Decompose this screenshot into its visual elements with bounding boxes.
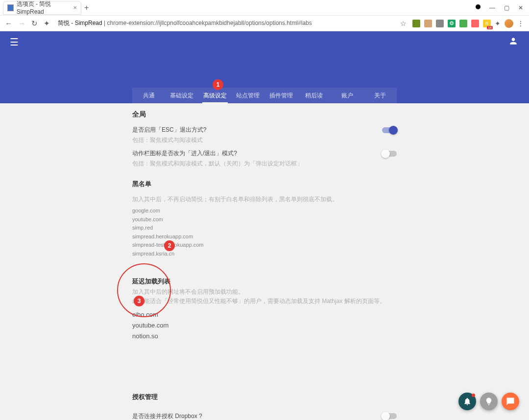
auth-section: 授权管理 是否连接并授权 Dropbox ? 是否连接并授权 Pocket ? …: [132, 393, 397, 420]
tab-later[interactable]: 稍后读: [298, 88, 331, 103]
callout-1: 1: [213, 79, 223, 90]
auth-title: 授权管理: [132, 393, 397, 401]
section-global-title: 全局: [132, 110, 397, 119]
esc-setting: 是否启用「ESC」退出方式? 包括：聚焦模式与阅读模式 动作栏图标是否改为「进入…: [132, 126, 397, 168]
ext-icon-5[interactable]: [459, 20, 467, 27]
lazy-textarea[interactable]: eibo.com youtube.com notion.so: [132, 309, 397, 376]
ext-icon-1[interactable]: [412, 20, 420, 27]
extension-icons: ❂ n ✦ ⋮: [412, 19, 524, 28]
blacklist-title: 黑名单: [132, 180, 397, 188]
lazy-section: 延迟加载列表 加入其中后的网址将不会启用预加载功能。 此功能适合「经常使用简悦但…: [132, 277, 397, 376]
tab-plugins[interactable]: 插件管理: [264, 88, 298, 103]
callout-2: 2: [164, 240, 175, 251]
url-field[interactable]: 简悦 - SimpRead | chrome-extension://ijllc…: [56, 19, 394, 27]
app-header: ☰ 共通 基础设定 高级设定 站点管理 插件管理 稍后读 账户 关于: [0, 31, 529, 103]
lazy-desc2: 此功能适合「经常使用简悦但又性能不够」的用户，需要动态加载及支持 Mathjax…: [132, 297, 397, 305]
ext-icon-6[interactable]: [471, 20, 479, 27]
browser-titlebar: 选项页 - 简悦 SimpRead × + — ▢ ✕: [0, 0, 529, 16]
tab-common[interactable]: 共通: [132, 88, 166, 103]
content-area: 全局 是否启用「ESC」退出方式? 包括：聚焦模式与阅读模式 动作栏图标是否改为…: [0, 103, 529, 420]
ext-icon-notify[interactable]: n: [483, 20, 491, 27]
forward-icon: →: [18, 19, 25, 27]
esc-toggle[interactable]: [382, 127, 397, 133]
actionbar-toggle[interactable]: [382, 151, 397, 157]
blacklist-desc: 加入其中后，不再启动简悦；有别于白名单和排除列表，黑名单则彻底不加载。: [132, 195, 397, 204]
browser-address-bar: ← → ↻ ✦ 简悦 - SimpRead | chrome-extension…: [0, 16, 529, 31]
fab-notify[interactable]: [458, 393, 476, 410]
dropbox-toggle[interactable]: [382, 413, 397, 419]
ext-icon-4[interactable]: ❂: [448, 20, 456, 27]
esc-desc: 包括：聚焦模式与阅读模式: [132, 136, 397, 144]
tab-advanced[interactable]: 高级设定: [198, 88, 232, 103]
browser-tab[interactable]: 选项页 - 简悦 SimpRead ×: [3, 1, 81, 15]
auth-dropbox: 是否连接并授权 Dropbox ?: [132, 412, 202, 420]
fab-chat[interactable]: [502, 393, 519, 410]
new-tab-button[interactable]: +: [84, 3, 89, 12]
ext-icon-3[interactable]: [436, 20, 444, 27]
tab-about[interactable]: 关于: [364, 88, 397, 103]
tab-title: 选项页 - 简悦 SimpRead: [17, 0, 73, 15]
close-window-icon[interactable]: ✕: [518, 4, 523, 11]
back-icon[interactable]: ←: [5, 19, 12, 27]
circle-annotation: [117, 263, 171, 317]
bookmark-icon[interactable]: ☆: [400, 20, 407, 27]
tab-account[interactable]: 账户: [331, 88, 364, 103]
favicon: [7, 4, 14, 11]
settings-tabs: 共通 基础设定 高级设定 站点管理 插件管理 稍后读 账户 关于: [132, 88, 397, 103]
profile-avatar[interactable]: [505, 19, 513, 28]
menu-icon[interactable]: ☰: [10, 36, 19, 48]
actionbar-label: 动作栏图标是否改为「进入/退出」模式?: [132, 149, 237, 158]
cast-icon[interactable]: [476, 4, 481, 9]
user-icon[interactable]: [508, 36, 518, 48]
extensions-puzzle-icon[interactable]: ✦: [495, 20, 501, 27]
callout-3: 3: [134, 296, 144, 306]
ext-icon-2[interactable]: [424, 20, 432, 27]
browser-menu-icon[interactable]: ⋮: [517, 20, 524, 27]
settings-panel: 全局 是否启用「ESC」退出方式? 包括：聚焦模式与阅读模式 动作栏图标是否改为…: [132, 103, 397, 420]
minimize-icon[interactable]: —: [489, 4, 495, 11]
notify-dot: [472, 394, 475, 397]
window-controls: — ▢ ✕: [476, 4, 529, 11]
esc-label: 是否启用「ESC」退出方式?: [132, 126, 206, 134]
maximize-icon[interactable]: ▢: [504, 4, 509, 11]
close-tab-icon[interactable]: ×: [73, 4, 77, 11]
lazy-desc1: 加入其中后的网址将不会启用预加载功能。: [132, 288, 397, 296]
fab-help[interactable]: [480, 393, 498, 410]
reload-icon[interactable]: ↻: [31, 19, 38, 28]
actionbar-desc: 包括：聚焦模式和阅读模式，默认（关闭）为「弹出设定对话框」: [132, 160, 397, 168]
extension-lock-icon: ✦: [44, 19, 50, 28]
tab-sites[interactable]: 站点管理: [232, 88, 265, 103]
tab-basic[interactable]: 基础设定: [166, 88, 199, 103]
